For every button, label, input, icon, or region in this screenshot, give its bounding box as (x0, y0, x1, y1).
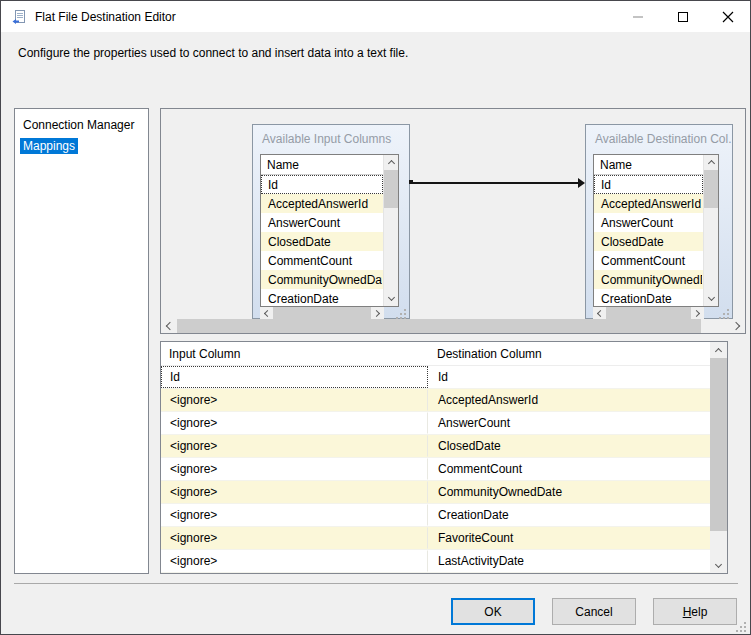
ok-button-label: OK (484, 605, 501, 619)
scroll-right-button[interactable] (729, 319, 745, 333)
scroll-up-button[interactable] (704, 155, 718, 170)
chevron-left-icon (166, 322, 174, 330)
chevron-up-icon (387, 160, 394, 167)
input-columns-rows: IdAcceptedAnswerIdAnswerCountClosedDateC… (261, 175, 383, 306)
available-input-columns-box: Available Input Columns Name IdAcceptedA… (252, 124, 410, 319)
chevron-up-icon (707, 160, 714, 167)
resize-grip-icon (404, 309, 406, 311)
input-box-title: Available Input Columns (253, 125, 409, 146)
chevron-down-icon (715, 560, 722, 567)
destination-columns-list: Name IdAcceptedAnswerIdAnswerCountClosed… (593, 154, 719, 307)
input-column-cell[interactable]: <ignore> (161, 527, 428, 549)
mapping-row: IdId (161, 366, 710, 389)
destination-list-name-header[interactable]: Name (594, 155, 703, 175)
mapping-row: <ignore>CommentCount (161, 458, 710, 481)
column-list-item[interactable]: CreationDate (261, 289, 383, 306)
help-button[interactable]: Help (653, 598, 737, 625)
dialog-description: Configure the properties used to connect… (18, 46, 408, 60)
input-column-cell[interactable]: Id (161, 366, 428, 388)
chevron-right-icon (693, 310, 700, 317)
destination-columns-rows: IdAcceptedAnswerIdAnswerCountClosedDateC… (594, 175, 703, 306)
sidebar-item-mappings[interactable]: Mappings (15, 135, 148, 156)
flat-file-destination-icon (11, 9, 27, 25)
scroll-thumb[interactable] (704, 170, 718, 208)
mapping-arrow[interactable] (411, 182, 579, 184)
column-list-item[interactable]: AcceptedAnswerId (261, 194, 383, 213)
input-column-cell[interactable]: <ignore> (161, 458, 428, 480)
available-destination-columns-box: Available Destination Col... Name IdAcce… (585, 124, 733, 319)
column-list-item[interactable]: AnswerCount (594, 213, 703, 232)
cancel-button-label: Cancel (575, 605, 612, 619)
input-column-cell[interactable]: <ignore> (161, 550, 428, 572)
resize-grip-icon (727, 309, 729, 311)
sidebar-item-connection-manager[interactable]: Connection Manager (15, 114, 148, 135)
window-title: Flat File Destination Editor (35, 10, 176, 24)
chevron-left-icon (264, 310, 271, 317)
sidebar: Connection ManagerMappings (14, 108, 149, 574)
column-list-item[interactable]: AnswerCount (261, 213, 383, 232)
maximize-icon (678, 12, 688, 22)
window-controls (615, 1, 750, 32)
column-list-item[interactable]: CommentCount (594, 251, 703, 270)
column-list-item[interactable]: CreationDate (594, 289, 703, 306)
destination-column-cell[interactable]: CommunityOwnedDate (428, 481, 710, 503)
grid-vscrollbar[interactable] (710, 342, 727, 573)
maximize-button[interactable] (660, 1, 705, 32)
cancel-button[interactable]: Cancel (552, 598, 636, 625)
input-column-cell[interactable]: <ignore> (161, 435, 428, 457)
column-list-item[interactable]: ClosedDate (261, 232, 383, 251)
scroll-up-button[interactable] (710, 342, 727, 358)
destination-column-cell[interactable]: Id (428, 366, 710, 388)
scroll-down-button[interactable] (384, 291, 398, 306)
destination-column-cell[interactable]: AcceptedAnswerId (428, 389, 710, 411)
column-list-item[interactable]: Id (594, 175, 703, 194)
scroll-thumb[interactable] (384, 170, 398, 208)
canvas-hscrollbar[interactable] (161, 319, 745, 333)
scroll-left-button[interactable] (161, 319, 177, 333)
grid-rows: IdId<ignore>AcceptedAnswerId<ignore>Answ… (161, 366, 710, 573)
scroll-thumb[interactable] (177, 319, 701, 333)
scroll-thumb[interactable] (710, 358, 727, 531)
destination-column-cell[interactable]: LastActivityDate (428, 550, 710, 572)
column-list-item[interactable]: CommentCount (261, 251, 383, 270)
input-list-vscrollbar[interactable] (383, 155, 398, 306)
input-column-header[interactable]: Input Column (161, 342, 428, 366)
chevron-right-icon (373, 310, 380, 317)
input-column-cell[interactable]: <ignore> (161, 412, 428, 434)
window-resize-grip-icon[interactable] (744, 622, 746, 624)
column-list-item[interactable]: ClosedDate (594, 232, 703, 251)
ok-button[interactable]: OK (451, 598, 535, 625)
destination-column-cell[interactable]: CreationDate (428, 504, 710, 526)
scroll-up-button[interactable] (384, 155, 398, 170)
mapping-canvas: Available Input Columns Name IdAcceptedA… (160, 108, 746, 334)
mapping-row: <ignore>FavoriteCount (161, 527, 710, 550)
scroll-down-button[interactable] (704, 291, 718, 306)
sidebar-item-label: Connection Manager (20, 117, 137, 133)
destination-column-cell[interactable]: FavoriteCount (428, 527, 710, 549)
column-list-item[interactable]: Id (261, 175, 383, 194)
destination-list-vscrollbar[interactable] (703, 155, 718, 306)
grid-header-row: Input Column Destination Column (161, 342, 710, 366)
scroll-down-button[interactable] (710, 557, 727, 573)
column-list-item[interactable]: CommunityOwnedDate (261, 270, 383, 289)
input-column-cell[interactable]: <ignore> (161, 481, 428, 503)
chevron-down-icon (387, 294, 394, 301)
mapping-arrow-head-icon (578, 178, 585, 188)
destination-column-cell[interactable]: CommentCount (428, 458, 710, 480)
input-column-cell[interactable]: <ignore> (161, 389, 428, 411)
input-column-cell[interactable]: <ignore> (161, 504, 428, 526)
destination-column-header[interactable]: Destination Column (428, 342, 710, 366)
minimize-button (615, 1, 660, 32)
chevron-left-icon (597, 310, 604, 317)
chevron-up-icon (715, 347, 722, 354)
close-button[interactable] (705, 1, 750, 32)
column-list-item[interactable]: AcceptedAnswerId (594, 194, 703, 213)
destination-column-cell[interactable]: ClosedDate (428, 435, 710, 457)
destination-column-cell[interactable]: AnswerCount (428, 412, 710, 434)
input-columns-list: Name IdAcceptedAnswerIdAnswerCountClosed… (260, 154, 399, 307)
mapping-row: <ignore>LastActivityDate (161, 550, 710, 573)
destination-box-title: Available Destination Col... (586, 125, 732, 146)
title-bar[interactable]: Flat File Destination Editor (1, 1, 750, 32)
column-list-item[interactable]: CommunityOwnedDate (594, 270, 703, 289)
input-list-name-header[interactable]: Name (261, 155, 383, 175)
